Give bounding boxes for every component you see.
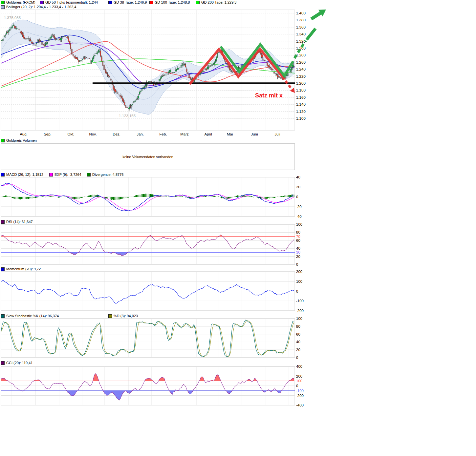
cci-panel: 4002001000-100-200-400 <box>1 364 304 407</box>
svg-text:1.100: 1.100 <box>296 116 306 120</box>
svg-text:1.180: 1.180 <box>296 88 306 92</box>
high-price-label: 1.375,085 <box>4 16 21 20</box>
svg-text:-20: -20 <box>296 205 302 209</box>
stoch-d-swatch-icon <box>108 314 112 318</box>
month-label: Juni <box>251 132 258 136</box>
svg-text:0: 0 <box>296 289 298 293</box>
svg-text:1.360: 1.360 <box>296 25 306 29</box>
svg-text:200: 200 <box>296 374 302 378</box>
svg-text:20: 20 <box>296 255 300 259</box>
svg-text:1.380: 1.380 <box>296 18 306 22</box>
legend-label: Goldpreis Volumen <box>6 138 37 142</box>
stochastic-panel: 100806040200 <box>1 317 302 360</box>
month-label: April <box>204 132 212 136</box>
svg-text:1.160: 1.160 <box>296 95 306 99</box>
svg-text:100: 100 <box>296 280 302 283</box>
stochastic-legend: Slow Stochastic %K (14): 96,374 %D (3): … <box>0 314 328 318</box>
macd-legend: MACD (26, 12): 1,1512 EXP (9): -3,7264 D… <box>0 173 328 177</box>
svg-text:1.240: 1.240 <box>296 67 306 71</box>
legend-label: Momentum (20): 9,72 <box>6 267 41 271</box>
no-volume-message: keine Volumendaten vorhanden <box>122 155 173 159</box>
legend-item-momentum: Momentum (20): 9,72 <box>1 267 41 271</box>
svg-text:0: 0 <box>296 356 298 360</box>
svg-text:1.320: 1.320 <box>296 39 306 43</box>
legend-item-stoch-k: Slow Stochastic %K (14): 96,374 <box>1 314 59 318</box>
svg-text:1.220: 1.220 <box>296 74 306 78</box>
svg-text:60: 60 <box>296 238 300 242</box>
svg-text:0: 0 <box>296 195 298 199</box>
volume-legend: Goldpreis Volumen <box>0 138 328 143</box>
rsi-swatch-icon <box>1 220 5 224</box>
svg-text:1.340: 1.340 <box>296 32 306 36</box>
svg-text:20: 20 <box>296 185 300 189</box>
legend-label: CCI (20): 119,41 <box>6 361 33 365</box>
month-label: Okt. <box>67 132 74 136</box>
cci-swatch-icon <box>1 361 5 365</box>
macd-panel: 40200-20-40 <box>1 175 302 218</box>
legend-item-cci: CCI (20): 119,41 <box>1 361 33 365</box>
satz-mit-x-label: Satz mit x <box>255 92 283 99</box>
svg-text:-200: -200 <box>296 394 304 398</box>
divergence-swatch-icon <box>87 173 91 176</box>
legend-item-macd: MACD (26, 12): 1,1512 <box>1 173 43 176</box>
svg-text:40: 40 <box>296 340 300 344</box>
cci-legend: CCI (20): 119,41 <box>0 361 328 365</box>
svg-text:1.400: 1.400 <box>296 11 306 15</box>
low-price-label: 1.123,155 <box>119 114 136 118</box>
svg-text:80: 80 <box>296 324 300 328</box>
legend-item-rsi: RSI (14): 61,647 <box>1 220 33 224</box>
month-label: Jan. <box>137 132 144 136</box>
rsi-legend: RSI (14): 61,647 <box>0 220 328 224</box>
momentum-swatch-icon <box>1 267 5 271</box>
svg-text:0: 0 <box>296 384 298 388</box>
legend-item-exp: EXP (9): -3,7264 <box>49 173 81 176</box>
chart-stack-svg: 1.375,0851.123,155Satz mit x1.4001.3801.… <box>0 0 345 410</box>
price-chart: 1.375,0851.123,155Satz mit x1.4001.3801.… <box>1 10 326 136</box>
gold-chart-page: { "title_legends": { "row1": [ {"label":… <box>0 0 476 456</box>
svg-text:20: 20 <box>296 348 300 352</box>
svg-text:1.260: 1.260 <box>296 60 306 64</box>
legend-label: EXP (9): -3,7264 <box>54 173 81 176</box>
month-label: März <box>180 132 189 136</box>
svg-text:70: 70 <box>296 235 300 238</box>
month-label: Nov. <box>89 132 97 136</box>
svg-text:1.120: 1.120 <box>296 110 306 114</box>
svg-text:80: 80 <box>296 230 300 234</box>
month-label: Dez. <box>113 132 120 136</box>
svg-text:-400: -400 <box>296 403 304 407</box>
svg-text:-100: -100 <box>296 389 304 393</box>
legend-item-divergence: Divergence: 4,8776 <box>87 173 123 176</box>
exp-swatch-icon <box>49 173 53 176</box>
month-label: Sep. <box>44 132 52 136</box>
svg-text:1.200: 1.200 <box>296 81 306 85</box>
rsi-panel: 1008070604030200 <box>1 222 302 266</box>
month-label: Juli <box>274 132 280 136</box>
svg-text:40: 40 <box>296 246 300 250</box>
stoch-k-swatch-icon <box>1 314 5 318</box>
month-label: Mai <box>227 132 233 136</box>
svg-text:-100: -100 <box>296 299 304 303</box>
macd-swatch-icon <box>1 173 5 176</box>
momentum-legend: Momentum (20): 9,72 <box>0 267 328 271</box>
svg-text:1.300: 1.300 <box>296 46 306 50</box>
momentum-panel: 2001000-100-200 <box>1 270 304 313</box>
month-label: Aug. <box>20 132 28 136</box>
svg-text:1.140: 1.140 <box>296 102 306 106</box>
svg-text:30: 30 <box>296 250 300 254</box>
legend-label: Divergence: 4,8776 <box>92 173 123 176</box>
svg-text:-40: -40 <box>296 215 302 218</box>
legend-label: RSI (14): 61,647 <box>6 220 33 224</box>
svg-text:60: 60 <box>296 332 300 336</box>
legend-item-volume: Goldpreis Volumen <box>1 138 37 142</box>
legend-item-stoch-d: %D (3): 94,023 <box>108 314 138 318</box>
volume-panel: keine Volumendaten vorhanden <box>1 143 295 170</box>
legend-label: %D (3): 94,023 <box>114 314 138 318</box>
svg-text:-200: -200 <box>296 309 304 313</box>
legend-label: MACD (26, 12): 1,1512 <box>6 173 43 176</box>
svg-text:100: 100 <box>296 379 302 383</box>
svg-text:1.280: 1.280 <box>296 53 306 57</box>
volume-swatch-icon <box>1 139 5 142</box>
legend-label: Slow Stochastic %K (14): 96,374 <box>6 314 59 318</box>
month-label: Feb. <box>159 132 167 136</box>
svg-text:0: 0 <box>296 262 298 266</box>
